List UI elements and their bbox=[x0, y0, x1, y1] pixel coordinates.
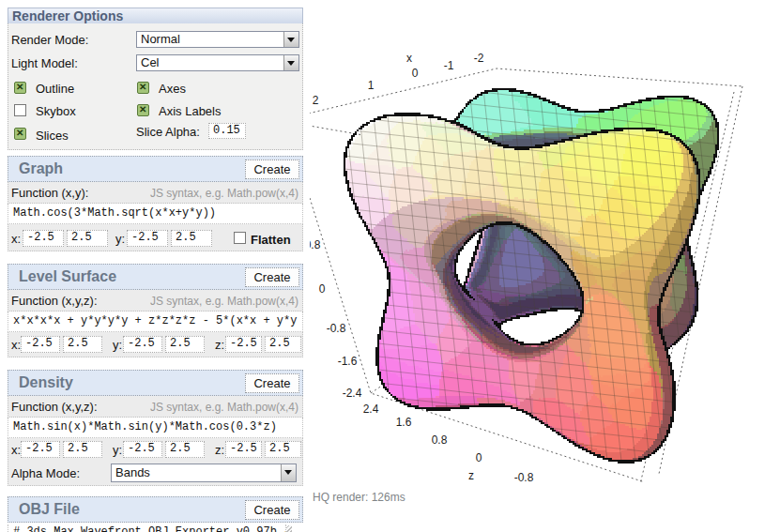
svg-text:1: 1 bbox=[368, 79, 375, 92]
svg-text:x: x bbox=[406, 52, 412, 65]
svg-text:2.4: 2.4 bbox=[363, 403, 379, 416]
svg-text:0: 0 bbox=[476, 451, 482, 464]
svg-text:-1: -1 bbox=[444, 59, 454, 72]
svg-text:0: 0 bbox=[319, 282, 326, 296]
svg-text:1.6: 1.6 bbox=[396, 416, 412, 429]
svg-text:z: z bbox=[468, 469, 474, 482]
svg-text:2: 2 bbox=[313, 94, 319, 107]
svg-text:-2: -2 bbox=[474, 52, 484, 65]
svg-text:-2.4: -2.4 bbox=[343, 387, 362, 400]
svg-text:-1.6: -1.6 bbox=[338, 355, 358, 368]
svg-text:0.8: 0.8 bbox=[310, 238, 321, 251]
svg-text:0: 0 bbox=[412, 67, 419, 80]
svg-text:-0.8: -0.8 bbox=[514, 471, 534, 484]
svg-text:-0.8: -0.8 bbox=[327, 322, 346, 335]
svg-text:0.8: 0.8 bbox=[432, 433, 448, 447]
